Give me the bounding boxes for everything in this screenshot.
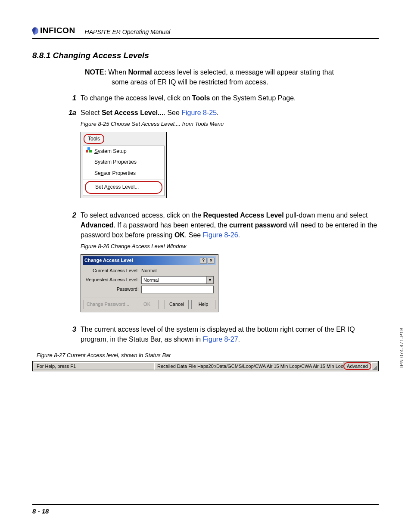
label-password: Password: [85, 286, 141, 293]
resize-grip-icon[interactable] [371, 362, 377, 370]
fig-8-27-caption: Figure 8-27 Current Access level, shown … [37, 352, 379, 358]
titlebar-help-button[interactable]: ? [200, 258, 207, 264]
tools-tab-post: ols [93, 136, 100, 142]
s2-b1: Requested Access Level [203, 212, 284, 219]
s2-t6: . [238, 231, 240, 239]
brand-logo: INFICON [32, 26, 75, 36]
menu-item-sensor-properties[interactable]: Sensor Properties [83, 168, 164, 179]
fig-8-25-caption: Figure 8-25 Choose Set Access Level.... … [81, 120, 379, 128]
dialog-body: Current Access Level: Normal Requested A… [83, 265, 216, 296]
dialog-title-text: Change Access Level [84, 257, 199, 264]
step-1a-b1: Set Access Level... [102, 109, 164, 116]
section-heading: 8.8.1 Changing Access Levels [32, 51, 379, 60]
status-bar: For Help, press F1 Recalled Data File Ha… [34, 362, 377, 370]
xref-fig-8-26[interactable]: Figure 8-26 [203, 231, 238, 239]
xref-fig-8-27[interactable]: Figure 8-27 [203, 336, 238, 343]
cancel-button[interactable]: Cancel [165, 300, 189, 309]
document-ipn-code: IPN 074-471-P1B [399, 327, 404, 368]
help-button[interactable]: Help [191, 300, 215, 309]
tools-dropdown: System Setup System Properties Sensor Pr… [83, 146, 165, 196]
menu-item-set-access-level[interactable]: Set Access Level... [85, 181, 162, 193]
step-1a-t2: . See [163, 109, 181, 116]
s2-b2: Advanced [81, 221, 113, 229]
page-footer: 8 - 18 [32, 504, 379, 515]
step-3-number: 3 [68, 324, 81, 344]
row-requested-access: Requested Access Level: Normal ▼ [85, 276, 214, 284]
statusbar-file-path: Recalled Data File Haps20:/Data/GCMS/Loo… [154, 362, 343, 370]
step-1-t1: To change the access level, click on [81, 94, 192, 102]
step-2-number: 2 [68, 210, 81, 320]
fig-8-26-caption: Figure 8-26 Change Access Level Window [81, 243, 379, 251]
content-area: NOTE: When Normal access level is select… [85, 67, 379, 344]
fig-8-27-statusbar: For Help, press F1 Recalled Data File Ha… [32, 361, 379, 371]
page-number: 8 - 18 [32, 507, 49, 515]
xref-fig-8-25[interactable]: Figure 8-25 [181, 109, 217, 116]
menu-separator [83, 180, 164, 180]
label-current-access: Current Access Level: [85, 268, 141, 274]
titlebar-close-button[interactable]: × [208, 258, 215, 264]
mi2-post: sor Properties [103, 170, 136, 176]
menu-bar: Tools [81, 132, 166, 145]
note-text-1b: access level is selected, a message will… [152, 68, 334, 76]
tools-menu-tab[interactable]: Tools [84, 134, 104, 144]
step-1-t2: on the System Setup Page. [210, 94, 296, 102]
mi0-post: ystem Setup [98, 148, 127, 154]
menu-item-system-setup[interactable]: System Setup [83, 146, 164, 157]
step-3-body: The current access level of the system i… [81, 324, 379, 344]
logo-mark-icon [31, 26, 39, 35]
chevron-down-icon[interactable]: ▼ [206, 277, 213, 283]
step-2: 2 To select advanced access, click on th… [85, 210, 379, 320]
requested-access-select[interactable]: Normal ▼ [141, 276, 214, 284]
s2-b4: OK [174, 231, 185, 239]
statusbar-help-hint: For Help, press F1 [34, 362, 154, 370]
button-spacer [162, 300, 162, 309]
note-label: NOTE: [85, 68, 106, 76]
label-requested-access: Requested Access Level: [85, 277, 141, 283]
s2-t3: . If a password has been entered, the [113, 221, 229, 229]
brand-text: INFICON [40, 26, 75, 35]
requested-access-value: Normal [142, 277, 206, 283]
statusbar-access-level-text: Advanced [347, 364, 368, 369]
statusbar-access-level-badge: Advanced [343, 362, 371, 370]
menu-item-system-properties[interactable]: System Properties [83, 157, 164, 168]
step-3: 3 The current access level of the system… [85, 324, 379, 344]
dialog-button-row: Change Password... OK Cancel Help [83, 298, 216, 310]
note-text-1a: When [108, 68, 128, 76]
step-2-body: To select advanced access, click on the … [81, 210, 379, 320]
step-1a: 1a Select Set Access Level.... See Figur… [85, 108, 379, 206]
manual-title: HAPSITE ER Operating Manual [85, 28, 170, 36]
s2-t5: . See [185, 231, 203, 239]
step-1: 1 To change the access level, click on T… [85, 93, 379, 103]
note-block: NOTE: When Normal access level is select… [85, 67, 379, 87]
row-current-access: Current Access Level: Normal [85, 268, 214, 274]
page-header: INFICON HAPSITE ER Operating Manual [32, 26, 379, 39]
row-password: Password: [85, 286, 214, 293]
step-1-body: To change the access level, click on Too… [81, 93, 379, 103]
fig-8-26-dialog: Change Access Level ? × Current Access L… [81, 254, 218, 312]
step-1a-body: Select Set Access Level.... See Figure 8… [81, 108, 379, 206]
mi3-pre: Set A [95, 184, 108, 190]
s3-t2: . [238, 336, 240, 343]
tools-tab-u: o [90, 136, 93, 142]
fig-8-25-tools-menu: Tools System Setup System Properties Sen… [81, 132, 167, 198]
dialog-titlebar[interactable]: Change Access Level ? × [83, 256, 216, 265]
note-bold-normal: Normal [128, 68, 152, 76]
s2-t1: To select advanced access, click on the [81, 212, 203, 219]
value-current-access: Normal [141, 268, 156, 274]
note-text-2: some areas of ER IQ will be restricted f… [112, 77, 379, 87]
step-1a-t3: . [217, 109, 218, 116]
mi0-u: S [94, 148, 98, 154]
s2-b3: current password [229, 221, 287, 229]
ok-button[interactable]: OK [135, 300, 159, 309]
step-1-number: 1 [68, 93, 81, 103]
step-1a-number: 1a [68, 108, 81, 206]
step-1-b1: Tools [192, 94, 210, 102]
step-1a-t1: Select [81, 109, 102, 116]
mi2-pre: Se [94, 170, 101, 176]
s2-t2: pull-down menu and select [284, 212, 368, 219]
change-password-button[interactable]: Change Password... [84, 300, 132, 309]
mi3-post: cess Level... [110, 184, 139, 190]
password-input[interactable] [141, 286, 214, 293]
